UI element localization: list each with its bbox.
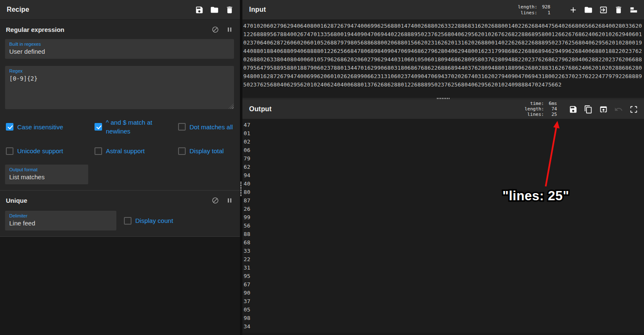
output-toolbar	[569, 105, 638, 114]
output-title: Output	[249, 105, 272, 113]
recipe-titlebar: Recipe	[0, 0, 240, 20]
output-panel: Output time:6ms length:74 lines:25 47010…	[242, 99, 644, 333]
save-recipe-icon[interactable]	[195, 5, 204, 14]
checkbox-label: Unicode support	[17, 147, 63, 155]
input-titlebar: Input length:928 lines:1	[242, 0, 644, 20]
output-line: 47	[244, 121, 644, 129]
panel-splitter-horizontal[interactable]	[242, 98, 644, 99]
open-input-icon[interactable]	[599, 5, 608, 14]
output-titlebar: Output time:6ms length:74 lines:25	[242, 99, 644, 119]
load-recipe-folder-icon[interactable]	[210, 5, 219, 14]
checkbox-case-insensitive[interactable]: Case insensitive	[6, 123, 95, 131]
checkbox-match-at-newlines[interactable]: ^ and $ match at newlines	[95, 118, 178, 136]
checkbox-box[interactable]	[95, 123, 102, 131]
undo-icon[interactable]	[614, 105, 623, 114]
field-value: User defined	[9, 47, 230, 56]
output-line: 26	[244, 205, 644, 213]
checkbox-display-total[interactable]: Display total	[178, 147, 236, 155]
splitter-grip-icon[interactable]	[240, 182, 242, 196]
output-line: 90	[244, 289, 644, 297]
field-label: Delimiter	[9, 213, 112, 219]
field-value: List matches	[9, 173, 84, 181]
replace-input-with-output-icon[interactable]	[599, 105, 608, 114]
splitter-grip-icon[interactable]	[437, 98, 449, 99]
output-format-select[interactable]: Output format List matches	[5, 165, 88, 184]
checkbox-label: Case insensitive	[17, 123, 63, 131]
checkbox-label: ^ and $ match at newlines	[106, 118, 170, 136]
split-view-icon[interactable]	[629, 5, 638, 14]
save-output-icon[interactable]	[569, 105, 578, 114]
checkbox-box[interactable]	[124, 217, 131, 225]
checkbox-display-count[interactable]: Display count	[124, 216, 173, 225]
field-label: Regex	[9, 68, 230, 74]
operation-controls	[212, 197, 233, 204]
stat-label: length:	[525, 107, 544, 112]
built-in-regexes-select[interactable]: Built in regexes User defined	[5, 39, 234, 59]
disable-operation-icon[interactable]	[212, 26, 219, 33]
output-line: 34	[244, 322, 644, 331]
input-text-area[interactable]: 4701020602796294064080016287267947400699…	[242, 20, 644, 98]
input-line: 9480016287267947400699620601026268990662…	[243, 72, 644, 81]
output-line: 01	[244, 129, 644, 138]
operation-header-unique[interactable]: Unique	[0, 191, 240, 207]
checkbox-box[interactable]	[95, 147, 102, 155]
checkbox-dot-matches-all[interactable]: Dot matches all	[178, 123, 236, 131]
stat-value: 25	[547, 112, 557, 117]
input-line: 0237064062872606020601052688797980568868…	[243, 39, 644, 47]
operation-title: Unique	[6, 197, 212, 204]
stat-label: lines:	[518, 10, 537, 16]
checkbox-unicode-support[interactable]: Unicode support	[6, 147, 95, 155]
output-line: 94	[244, 171, 644, 180]
breakpoint-pause-icon[interactable]	[226, 197, 233, 204]
field-value: Line feed	[9, 219, 112, 228]
add-tab-icon[interactable]	[569, 5, 578, 14]
output-line: 31	[244, 264, 644, 272]
checkbox-box[interactable]	[178, 123, 186, 131]
operation-header-regex[interactable]: Regular expression	[0, 20, 240, 36]
input-line: 1226888956788400267470133568001944090470…	[243, 30, 644, 39]
output-line: 05	[244, 306, 644, 314]
output-line: 95	[244, 272, 644, 280]
operation-regular-expression: Regular expression Built in regexes User…	[0, 20, 240, 191]
input-line: 4408801884068809406888801226256684780689…	[243, 47, 644, 55]
disable-operation-icon[interactable]	[212, 197, 219, 204]
unique-options-row: Delimiter Line feed Display count	[5, 211, 234, 230]
input-line: 4701020602796294064080016287267947400699…	[243, 22, 644, 30]
textarea-resize-handle[interactable]	[229, 104, 234, 109]
output-line: 79	[244, 154, 644, 163]
stat-value: 928	[540, 4, 550, 10]
checkbox-label: Display total	[189, 147, 224, 155]
output-line: 22	[244, 255, 644, 264]
output-line: 02	[244, 138, 644, 146]
stat-value: 6ms	[547, 101, 557, 106]
annotation-text: "lines: 25"	[502, 188, 569, 204]
copy-output-icon[interactable]	[584, 105, 593, 114]
breakpoint-pause-icon[interactable]	[226, 26, 233, 33]
output-line: 40	[244, 180, 644, 188]
checkbox-astral-support[interactable]: Astral support	[95, 147, 178, 155]
input-line: 5023762568040629562010240624040068801376…	[243, 81, 644, 89]
operation-title: Regular expression	[6, 26, 212, 33]
checkbox-box[interactable]	[6, 147, 13, 155]
recipe-operation-list: Regular expression Built in regexes User…	[0, 20, 240, 237]
operation-controls	[212, 26, 233, 33]
maximise-output-icon[interactable]	[629, 105, 638, 114]
input-panel: Input length:928 lines:1 470102060279629…	[242, 0, 644, 98]
clear-input-trash-icon[interactable]	[614, 5, 623, 14]
stat-label: lines:	[525, 112, 544, 117]
input-stats: length:928 lines:1	[518, 4, 550, 16]
output-text-area: 4701020679629440808726995688683322319567…	[242, 119, 644, 333]
recipe-title: Recipe	[7, 6, 29, 13]
output-line: 06	[244, 146, 644, 154]
clear-recipe-trash-icon[interactable]	[225, 5, 234, 14]
recipe-toolbar	[195, 5, 234, 14]
checkbox-box[interactable]	[6, 123, 13, 131]
regex-options: Case insensitive ^ and $ match at newlin…	[6, 118, 236, 155]
checkbox-box[interactable]	[178, 147, 186, 155]
output-line: 99	[244, 213, 644, 222]
output-line: 80	[244, 188, 644, 196]
open-file-folder-icon[interactable]	[584, 5, 593, 14]
delimiter-select[interactable]: Delimiter Line feed	[5, 211, 116, 230]
regex-textarea[interactable]: Regex [0-9]{2}	[5, 66, 234, 109]
input-line: 0795647958895880188790602378801344701629…	[243, 64, 644, 72]
